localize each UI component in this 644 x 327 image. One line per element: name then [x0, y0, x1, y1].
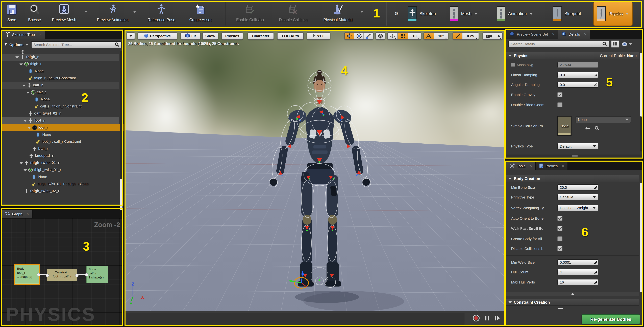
tree-row-calf-r[interactable]: calf_r [2, 89, 119, 96]
tree-row-foot-r[interactable]: foot_r [2, 117, 119, 124]
expander-icon[interactable] [20, 162, 23, 164]
graph-node-foot-r[interactable]: Bodyfoot_r1 shape(s) [15, 265, 39, 284]
spinbox-icon[interactable] [594, 270, 597, 274]
eye-icon[interactable] [621, 42, 632, 46]
close-icon[interactable]: ✕ [530, 164, 532, 168]
viewport-options-button[interactable] [127, 32, 135, 40]
tree-row-thigh-twist-01-r[interactable]: thigh_twist_01_r [2, 167, 119, 174]
tree-row-thigh-twist-02-r[interactable]: thigh_twist_02_r [2, 188, 119, 195]
tree-row-none[interactable]: None [2, 131, 119, 138]
node-pin-in[interactable] [85, 273, 88, 276]
toolbar-button-reference-pose[interactable]: Reference Pose [145, 3, 178, 22]
number-input[interactable]: 4 [558, 269, 598, 275]
asset-dropdown[interactable]: None [576, 116, 631, 123]
tree-row-foot-r[interactable]: foot_r [2, 124, 124, 131]
scrollbar-thumb[interactable] [640, 183, 642, 292]
number-input[interactable]: 0.0001 [558, 259, 598, 265]
expander-icon[interactable] [28, 127, 31, 129]
checkbox-disable-collisions-b[interactable] [558, 246, 562, 251]
tree-row-calf-twist-01-r[interactable]: calf_twist_01_r [2, 110, 119, 117]
section-constraint-creation[interactable]: Constraint Creation [506, 299, 639, 306]
asset-tab-mesh[interactable]: Mesh [450, 2, 478, 26]
asset-tab-blueprint[interactable]: Blueprint [553, 2, 581, 26]
tab-skeleton-tree[interactable]: Skeleton Tree ✕ [2, 30, 45, 39]
close-icon[interactable]: ✕ [584, 33, 586, 36]
regenerate-bodies-button[interactable]: Re-generate Bodies [582, 314, 640, 324]
number-input[interactable]: 20.0 [558, 184, 598, 190]
tree-row-thigh-r[interactable]: thigh_r [2, 61, 119, 68]
tree-row-none[interactable]: None [2, 174, 119, 181]
chevron-down-icon[interactable] [360, 11, 364, 13]
checkbox-create-body-for-all[interactable] [558, 236, 562, 241]
close-icon[interactable]: ✕ [26, 212, 29, 216]
move-tool-button[interactable] [345, 33, 354, 39]
tree-row-none[interactable]: None [2, 96, 119, 103]
expander-icon[interactable] [20, 64, 23, 66]
tree-row-calf-r-thigh-r-constraint[interactable]: calf_r : thigh_r Constraint [2, 103, 119, 110]
rotation-snap-toggle[interactable] [424, 33, 434, 39]
column-splitter[interactable] [556, 60, 556, 154]
tab-graph[interactable]: Graph ✕ [2, 210, 32, 218]
graph-node-foot-r-calf-r[interactable]: Constraintfoot_r : calf_r [47, 269, 77, 281]
number-input[interactable]: 16 [558, 279, 598, 285]
graph-node-calf-r[interactable]: Bodycalf_r1 shape(s) [86, 266, 108, 283]
toolbar-button-preview-mesh[interactable]: Preview Mesh [48, 3, 80, 22]
tree-row-ball-r[interactable]: ball_r [2, 145, 119, 153]
property-matrix-button[interactable] [611, 40, 619, 48]
viewport[interactable]: PerspectiveLitShowPhysicsCharacterLOD Au… [126, 31, 504, 326]
expander-icon[interactable] [16, 57, 19, 59]
graph-canvas[interactable]: Zoom -2 Bodyfoot_r1 shape(s)Constraintfo… [2, 218, 124, 326]
close-icon[interactable]: ✕ [39, 33, 42, 36]
surface-snap-button[interactable] [388, 33, 398, 39]
timeline-track[interactable] [126, 313, 464, 324]
viewport-button-perspective[interactable]: Perspective [138, 32, 177, 40]
grid-snap-toggle[interactable] [398, 33, 408, 39]
spinbox-icon[interactable] [594, 83, 597, 87]
node-pin-in[interactable] [46, 274, 49, 277]
asset-tab-animation[interactable]: Animation [497, 2, 533, 26]
tab-profiles[interactable]: Profiles✕ [536, 162, 568, 170]
options-button[interactable]: Options [4, 43, 28, 47]
viewport-button-lit[interactable]: Lit [180, 32, 201, 40]
tree-row-calf-r[interactable]: calf_r [2, 82, 119, 89]
grid-snap-value[interactable]: 10 [408, 33, 421, 39]
use-selected-icon[interactable] [585, 126, 590, 132]
chevron-down-icon[interactable] [84, 11, 88, 13]
asset-tab-skeleton[interactable]: Skeleton [408, 2, 436, 26]
tree-row-thigh-r-pelvis-constraint[interactable]: thigh_r : pelvis Constraint [2, 75, 119, 82]
scale-snap-toggle[interactable] [453, 33, 462, 39]
number-input[interactable]: 0.01 [558, 72, 598, 78]
close-icon[interactable]: ✕ [552, 33, 554, 36]
expander-icon[interactable] [26, 92, 30, 94]
viewport-button-lod-auto[interactable]: LOD Auto [277, 32, 304, 40]
tree-row-kneepad-r[interactable]: kneepad_r [2, 153, 119, 160]
tab-tools[interactable]: Tools✕ [506, 162, 536, 170]
record-button[interactable] [472, 314, 480, 323]
viewport-button-physics[interactable]: Physics [222, 32, 243, 40]
section-physics[interactable]: Physics Current Profile: None [506, 52, 639, 59]
details-search-input[interactable]: Search Details [508, 41, 609, 47]
section-body-creation[interactable]: Body Creation [506, 175, 639, 182]
scale-tool-button[interactable] [364, 33, 373, 39]
toolbar-overflow-chevrons[interactable]: » [394, 9, 398, 18]
dropdown-primitive-type[interactable]: Capsule [558, 194, 598, 200]
tree-row-foot-r-calf-r-constraint[interactable]: foot_r : calf_r Constraint [2, 138, 119, 145]
chevron-down-icon[interactable] [133, 11, 136, 13]
toolbar-button-physical-material[interactable]: Physical Material [322, 3, 354, 22]
node-pin-out[interactable] [37, 273, 40, 276]
expander-icon[interactable] [22, 85, 26, 87]
scrollbar[interactable] [120, 51, 122, 204]
scale-snap-value[interactable]: 0.25 [462, 33, 478, 39]
checkbox-enable-gravity[interactable] [558, 92, 562, 97]
asset-thumbnail[interactable]: None [558, 116, 572, 136]
dropdown-physics-type[interactable]: Default [558, 143, 598, 149]
viewport-button-character[interactable]: Character [248, 32, 274, 40]
spinbox-icon[interactable] [594, 186, 597, 190]
toolbar-button-create-asset[interactable]: Create Asset [184, 3, 216, 22]
number-input[interactable]: 0.0 [558, 82, 598, 88]
panel-splitter[interactable] [506, 155, 643, 158]
rotate-tool-button[interactable] [354, 33, 364, 39]
camera-speed-value[interactable]: 4 [495, 33, 502, 39]
scrollbar-thumb[interactable] [640, 53, 642, 117]
expander-icon[interactable] [24, 169, 27, 171]
